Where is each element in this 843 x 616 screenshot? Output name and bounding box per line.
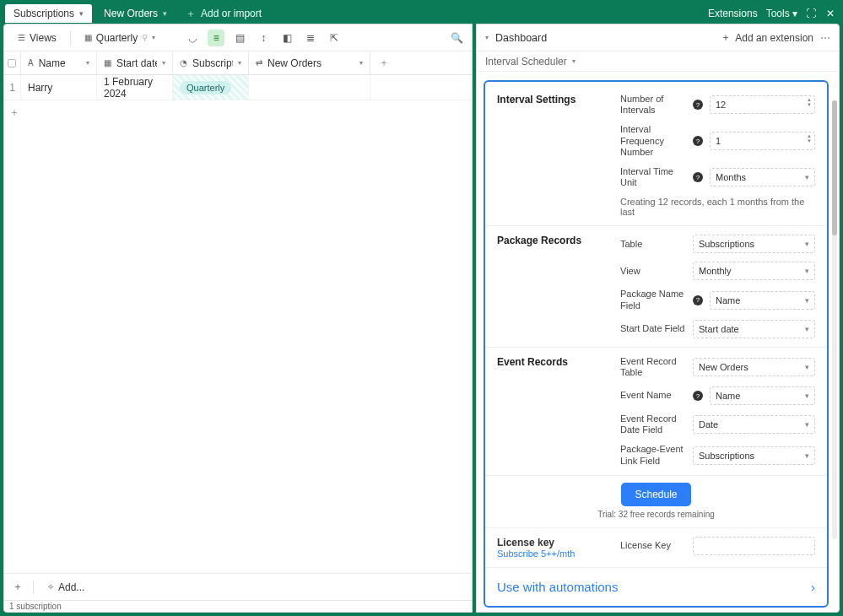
column-header-row: A Name ▾ ▦ Start date ▾ ◔ Subscription T… (4, 51, 472, 75)
filter-icon[interactable]: ≡ (208, 30, 224, 46)
hide-fields-icon[interactable]: ◡ (184, 30, 201, 46)
cell-new-orders[interactable] (249, 75, 370, 100)
help-icon[interactable]: ? (693, 136, 703, 146)
section-title-event: Event Records (497, 356, 608, 467)
expand-icon[interactable]: ⛶ (806, 8, 818, 19)
section-title-interval: Interval Settings (497, 94, 608, 217)
interval-summary-text: Creating 12 records, each 1 months from … (620, 197, 815, 217)
label-pkg-view: View (620, 266, 686, 277)
views-button[interactable]: ☰ Views (11, 30, 63, 46)
select-all-checkbox[interactable] (4, 51, 21, 74)
trial-remaining-text: Trial: 32 free records remaining (597, 510, 715, 519)
tools-menu[interactable]: Tools ▾ (766, 8, 797, 19)
plus-icon: ＋ (721, 30, 731, 45)
chevron-right-icon: › (811, 580, 815, 594)
add-extension-button[interactable]: ＋ Add an extension (721, 30, 813, 45)
search-icon[interactable]: 🔍 (448, 30, 465, 46)
grid-pane: ☰ Views ▦ Quarterly ⚲ ▾ ◡ ≡ ▤ ↕ ◧ ≣ ⇱ (3, 24, 473, 613)
add-or-import-button[interactable]: ＋ Add or import (179, 7, 268, 21)
color-icon[interactable]: ◧ (278, 30, 295, 46)
type-pill: Quarterly (180, 81, 231, 95)
chevron-down-icon: ▾ (79, 9, 84, 18)
close-icon[interactable]: ✕ (826, 8, 838, 19)
share-icon[interactable]: ⇱ (326, 30, 343, 46)
add-record-button[interactable]: ＋ (9, 579, 26, 596)
tab-subscriptions[interactable]: Subscriptions ▾ (5, 4, 92, 23)
views-label: Views (30, 32, 57, 44)
col-subscription-type[interactable]: ◔ Subscription Type ▾ (173, 51, 249, 74)
select-pkg-date-field[interactable]: Start date (693, 320, 815, 338)
input-num-intervals[interactable]: 12 ▲▼ (710, 95, 815, 114)
view-switcher[interactable]: ▦ Quarterly ⚲ ▾ (78, 30, 162, 46)
add-row-button[interactable]: ＋ (4, 100, 472, 124)
sort-icon[interactable]: ↕ (255, 30, 272, 46)
input-license-key[interactable] (693, 537, 815, 555)
use-with-automations-link[interactable]: Use with automations › (485, 568, 827, 606)
subscribe-link[interactable]: Subscribe 5++/mth (497, 548, 608, 559)
plus-icon: ＋ (186, 7, 196, 21)
table-row[interactable]: 1 Harry 1 February 2024 Quarterly (4, 75, 472, 100)
select-pkg-view[interactable]: Monthly (693, 262, 815, 280)
label-pkg-name-field: Package Name Field (620, 289, 686, 311)
select-pkg-name-field[interactable]: Name (710, 291, 815, 310)
row-index: 1 (4, 75, 21, 100)
label-freq-number: Interval Frequency Number (620, 124, 686, 158)
tab-new-orders[interactable]: New Orders ▾ (95, 4, 176, 23)
cell-subscription-type[interactable]: Quarterly (173, 75, 249, 100)
scrollbar-thumb[interactable] (832, 100, 837, 235)
text-icon: A (28, 58, 34, 68)
help-icon[interactable]: ? (693, 391, 703, 401)
col-start-date[interactable]: ▦ Start date ▾ (97, 51, 173, 74)
dashboard-title: Dashboard (495, 32, 547, 44)
chevron-down-icon: ▾ (86, 59, 89, 67)
select-evt-date[interactable]: Date (693, 415, 815, 434)
calendar-icon: ▦ (104, 58, 111, 68)
input-freq-number[interactable]: 1 ▲▼ (710, 132, 815, 150)
users-icon: ⚲ (142, 33, 148, 42)
help-icon[interactable]: ? (693, 172, 703, 182)
col-name[interactable]: A Name ▾ (21, 51, 97, 74)
label-time-unit: Interval Time Unit (620, 166, 686, 188)
cell-name[interactable]: Harry (21, 75, 97, 100)
extension-tab-bar: Interval Scheduler ▾ (477, 51, 839, 72)
stepper-icon[interactable]: ▲▼ (807, 133, 812, 143)
sparkle-icon: ✧ (47, 582, 54, 592)
col-new-orders[interactable]: ⇄ New Orders ▾ (249, 51, 370, 74)
cell-start-date[interactable]: 1 February 2024 (97, 75, 173, 100)
chevron-down-icon[interactable]: ▾ (485, 34, 489, 41)
schedule-button[interactable]: Schedule (621, 483, 690, 506)
label-license-key: License Key (620, 540, 686, 551)
group-icon[interactable]: ▤ (231, 30, 248, 46)
select-pkg-table[interactable]: Subscriptions (693, 235, 815, 253)
select-evt-link[interactable]: Subscriptions (693, 446, 815, 465)
chevron-down-icon: ▾ (163, 9, 167, 18)
extensions-menu[interactable]: Extensions (708, 8, 758, 19)
select-evt-name[interactable]: Name (710, 386, 815, 405)
add-import-label: Add or import (201, 8, 262, 19)
list-icon: ☰ (18, 33, 25, 42)
grid-icon: ▦ (84, 33, 92, 42)
rowheight-icon[interactable]: ≣ (302, 30, 319, 46)
add-menu[interactable]: ✧ Add... (41, 579, 91, 596)
extension-tab[interactable]: Interval Scheduler (485, 56, 567, 68)
status-bar: 1 subscription (4, 600, 472, 612)
stepper-icon[interactable]: ▲▼ (807, 97, 812, 107)
add-column-button[interactable]: ＋ (370, 51, 397, 74)
label-pkg-table: Table (620, 239, 686, 250)
section-title-license: License key (497, 537, 608, 548)
more-icon[interactable]: ⋯ (820, 32, 830, 44)
select-evt-table[interactable]: New Orders (693, 358, 815, 376)
grid-footer: ＋ ✧ Add... (4, 573, 472, 600)
chevron-down-icon: ▾ (152, 34, 155, 41)
label-evt-date: Event Record Date Field (620, 413, 686, 435)
view-name: Quarterly (96, 32, 138, 44)
label-evt-name: Event Name (620, 390, 686, 401)
chevron-down-icon: ▾ (359, 59, 363, 67)
label-num-intervals: Number of Intervals (620, 94, 686, 116)
help-icon[interactable]: ? (693, 100, 703, 110)
help-icon[interactable]: ? (693, 295, 703, 305)
interval-scheduler-panel: Interval Settings Number of Intervals ? … (484, 80, 829, 608)
select-time-unit[interactable]: Months (710, 168, 815, 186)
top-tab-bar: Subscriptions ▾ New Orders ▾ ＋ Add or im… (3, 3, 840, 24)
extension-pane: ▾ Dashboard ＋ Add an extension ⋯ Interva… (476, 24, 840, 613)
